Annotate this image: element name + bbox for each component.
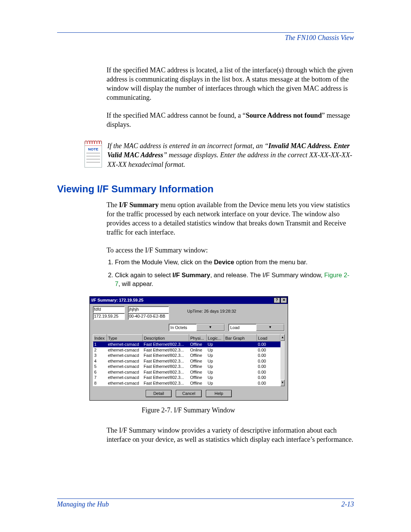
column-header[interactable]: Type <box>107 335 143 342</box>
cell: 0.00 <box>257 375 280 380</box>
cell: 1 <box>93 342 107 347</box>
field-ip: 172.19.59.25 <box>93 313 125 320</box>
strong-text: I/F Summary <box>172 272 210 278</box>
cell: Offline <box>189 342 207 347</box>
cell: 0.00 <box>257 364 280 369</box>
cell: ethernet-csmacd <box>107 353 143 358</box>
table-row[interactable]: 1ethernet-csmacdFast Ethernet/802.3...Of… <box>93 342 280 347</box>
table-row[interactable]: 4ethernet-csmacdFast Ethernet/802.3...Of… <box>93 358 280 364</box>
table-row[interactable]: 6ethernet-csmacdFast Ethernet/802.3...Of… <box>93 369 280 375</box>
cell: ethernet-csmacd <box>107 347 143 353</box>
cell: Offline <box>189 358 207 364</box>
titlebar[interactable]: I/F Summary: 172.19.59.25 ? ✕ <box>90 297 288 304</box>
text: If the MAC address is entered in an inco… <box>107 142 268 150</box>
cell: ethernet-csmacd <box>107 364 143 369</box>
cell: Offline <box>189 380 207 386</box>
cell <box>224 375 257 380</box>
field-mac: 00-40-27-03-E2-BB <box>128 313 169 320</box>
table-row[interactable]: 3ethernet-csmacdFast Ethernet/802.3...Of… <box>93 353 280 358</box>
text: option from the menu bar. <box>234 259 307 265</box>
cell: ethernet-csmacd <box>107 342 143 347</box>
cell: 0.00 <box>257 380 280 386</box>
cell <box>224 342 257 347</box>
interface-table[interactable]: IndexTypeDescriptionPhysi...Logic...Bar … <box>93 334 280 386</box>
strong-text: I/F Summary <box>119 201 159 209</box>
cell: Fast Ethernet/802.3... <box>143 342 189 347</box>
close-icon[interactable]: ✕ <box>280 297 287 303</box>
cell <box>224 353 257 358</box>
table-row[interactable]: 7ethernet-csmacdFast Ethernet/802.3...Of… <box>93 375 280 380</box>
text: If the specified MAC address cannot be f… <box>107 112 246 119</box>
chevron-down-icon[interactable]: ▼ <box>256 324 284 331</box>
cell: Fast Ethernet/802.3... <box>143 358 189 364</box>
steps-list: From the Module View, click on the Devic… <box>107 258 354 289</box>
cell: Up <box>207 369 224 375</box>
cell: 0.00 <box>257 369 280 375</box>
scroll-up-icon[interactable]: ▲ <box>280 334 285 341</box>
cell: 6 <box>93 369 107 375</box>
running-header: The FN100 Chassis View <box>57 34 354 43</box>
cell: 0.00 <box>257 347 280 353</box>
column-header[interactable]: Load <box>257 335 280 342</box>
help-button[interactable]: Help <box>206 390 232 398</box>
title-text: I/F Summary: 172.19.59.25 <box>91 297 143 303</box>
metric-select[interactable]: In Octets ▼ <box>169 324 225 331</box>
scroll-down-icon[interactable]: ▼ <box>280 380 285 386</box>
note-label: NOTE <box>85 146 102 152</box>
field-name: fdfd <box>93 306 125 313</box>
table-row[interactable]: 5ethernet-csmacdFast Ethernet/802.3...Of… <box>93 364 280 369</box>
cell: ethernet-csmacd <box>107 358 143 364</box>
cell: Up <box>207 380 224 386</box>
cell: Offline <box>189 353 207 358</box>
column-header[interactable]: Index <box>93 335 107 342</box>
chevron-down-icon[interactable]: ▼ <box>196 324 225 331</box>
text: Click again to select <box>115 272 172 278</box>
cell <box>224 358 257 364</box>
column-header[interactable]: Bar Graph <box>224 335 257 342</box>
cell: Up <box>207 347 224 353</box>
strong-text: Source Address not found <box>246 112 322 119</box>
paragraph: If the specified MAC address is located,… <box>107 66 354 102</box>
cell: 3 <box>93 353 107 358</box>
cell: Fast Ethernet/802.3... <box>143 380 189 386</box>
cell: Up <box>207 375 224 380</box>
cell: Up <box>207 358 224 364</box>
cell: Fast Ethernet/802.3... <box>143 364 189 369</box>
text: , will appear. <box>118 280 153 287</box>
cell: ethernet-csmacd <box>107 369 143 375</box>
select-value: Load <box>229 325 256 331</box>
figure-caption: Figure 2-7. I/F Summary Window <box>89 406 287 415</box>
cancel-button[interactable]: Cancel <box>176 390 202 398</box>
note-text: If the MAC address is entered in an inco… <box>107 141 354 169</box>
text: , and release. The I/F Summary window, <box>210 272 324 278</box>
list-item: Click again to select I/F Summary, and r… <box>115 271 354 289</box>
column-header[interactable]: Description <box>143 335 189 342</box>
cell: Up <box>207 353 224 358</box>
cell: 2 <box>93 347 107 353</box>
display-select[interactable]: Load ▼ <box>228 324 285 331</box>
cell: 8 <box>93 380 107 386</box>
paragraph: To access the I/F Summary window: <box>107 246 354 255</box>
cell: Offline <box>189 375 207 380</box>
table-row[interactable]: 8ethernet-csmacdFast Ethernet/802.3...Of… <box>93 380 280 386</box>
note-icon: NOTE <box>84 141 102 168</box>
list-item: From the Module View, click on the Devic… <box>115 258 354 267</box>
scrollbar[interactable]: ▲ ▼ <box>280 334 285 386</box>
help-icon[interactable]: ? <box>274 297 280 303</box>
cell: Offline <box>189 364 207 369</box>
cell <box>224 380 257 386</box>
section-heading: Viewing I/F Summary Information <box>57 183 354 195</box>
table-row[interactable]: 2ethernet-csmacdFast Ethernet/802.3...On… <box>93 347 280 353</box>
text: From the Module View, click on the <box>115 259 214 265</box>
strong-text: Device <box>214 259 234 265</box>
detail-button[interactable]: Detail <box>146 390 172 398</box>
cell: 4 <box>93 358 107 364</box>
column-header[interactable]: Physi... <box>189 335 207 342</box>
cell <box>224 347 257 353</box>
if-summary-dialog: I/F Summary: 172.19.59.25 ? ✕ fdfd 172.1… <box>89 296 288 401</box>
cell: 5 <box>93 364 107 369</box>
cell: Fast Ethernet/802.3... <box>143 375 189 380</box>
cell: 0.00 <box>257 342 280 347</box>
cell: 0.00 <box>257 358 280 364</box>
column-header[interactable]: Logic... <box>207 335 224 342</box>
